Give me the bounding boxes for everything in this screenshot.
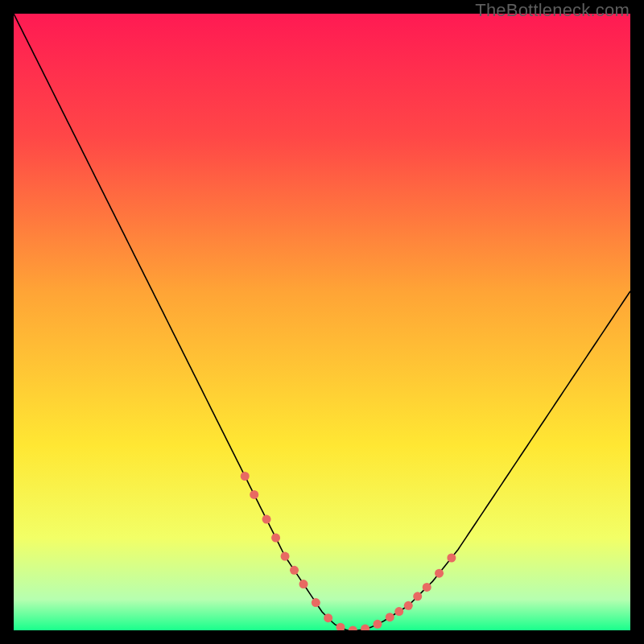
- highlight-marker: [386, 613, 394, 621]
- highlight-marker: [447, 554, 456, 563]
- highlight-marker: [299, 580, 308, 588]
- chart-background: [14, 14, 630, 630]
- highlight-marker: [394, 607, 403, 616]
- highlight-marker: [262, 515, 271, 524]
- watermark-text: TheBottleneck.com: [475, 0, 630, 21]
- highlight-marker: [413, 592, 422, 601]
- chart-svg: [14, 14, 630, 630]
- chart-plot-area: [14, 14, 630, 630]
- highlight-marker: [423, 583, 431, 592]
- highlight-marker: [312, 598, 320, 607]
- highlight-marker: [435, 569, 444, 578]
- highlight-marker: [373, 620, 382, 629]
- chart-container: TheBottleneck.com: [0, 0, 644, 644]
- highlight-marker: [241, 472, 250, 481]
- highlight-marker: [324, 613, 332, 622]
- highlight-marker: [290, 566, 299, 575]
- highlight-marker: [271, 534, 280, 543]
- highlight-marker: [404, 601, 413, 610]
- highlight-marker: [250, 490, 258, 499]
- highlight-marker: [281, 552, 290, 561]
